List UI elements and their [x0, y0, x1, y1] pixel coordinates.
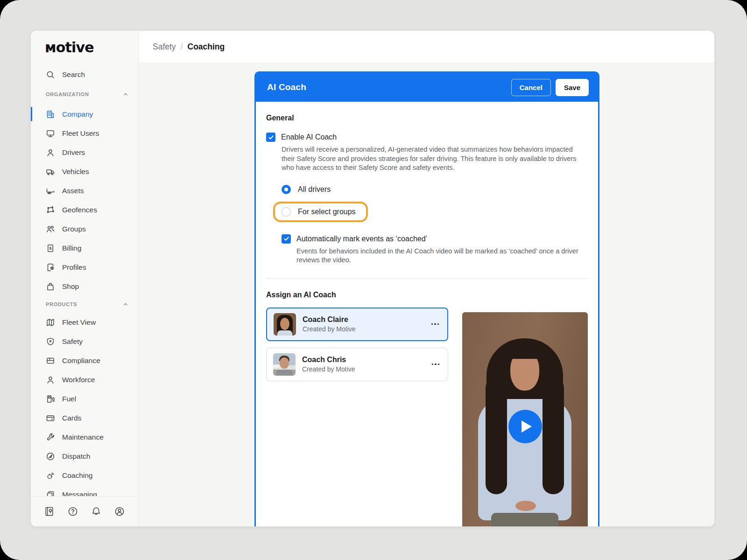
- enable-ai-coach-label: Enable AI Coach: [281, 133, 337, 141]
- fleet-view-icon: [46, 318, 55, 327]
- sidebar-item-compliance[interactable]: Compliance: [31, 351, 138, 370]
- guide-icon[interactable]: [44, 506, 55, 517]
- maintenance-icon: [46, 433, 55, 442]
- breadcrumb-parent[interactable]: Safety: [153, 42, 176, 52]
- sidebar-item-drivers[interactable]: Drivers: [31, 143, 138, 162]
- section-label: PRODUCTS: [46, 301, 77, 307]
- enable-ai-coach-checkbox[interactable]: [266, 133, 275, 142]
- sidebar-item-cards[interactable]: Cards: [31, 408, 138, 427]
- workforce-icon: [46, 375, 55, 385]
- coach-chris-text: Coach Chris Created by Motive: [302, 356, 355, 373]
- fuel-icon: [46, 394, 55, 404]
- sidebar-item-billing[interactable]: $Billing: [31, 238, 138, 258]
- sidebar-item-coaching[interactable]: Coaching: [31, 466, 138, 485]
- section-divider: [266, 278, 588, 279]
- panel-body: General Enable AI Coach Drivers will rec…: [256, 102, 598, 526]
- all-drivers-label: All drivers: [298, 185, 331, 194]
- sidebar-item-safety[interactable]: Safety: [31, 332, 138, 351]
- video-play-button[interactable]: [508, 410, 542, 443]
- geofences-icon: [46, 205, 55, 215]
- coach-chris-name: Coach Chris: [302, 356, 355, 364]
- ai-coach-panel-header: AI Coach Cancel Save: [256, 73, 598, 102]
- sidebar-item-workforce[interactable]: Workforce: [31, 370, 138, 389]
- sidebar-item-groups[interactable]: Groups: [31, 219, 138, 238]
- dispatch-icon: [46, 452, 55, 461]
- sidebar-item-assets[interactable]: Assets: [31, 181, 138, 200]
- assets-icon: [46, 186, 55, 196]
- company-icon: [46, 110, 55, 119]
- compliance-icon: [46, 356, 55, 365]
- for-select-groups-label: For select groups: [298, 208, 356, 216]
- coach-claire-menu-button[interactable]: [431, 323, 441, 325]
- section-label: ORGANIZATION: [46, 91, 89, 97]
- cancel-button[interactable]: Cancel: [511, 79, 551, 96]
- sidebar-search[interactable]: Search: [31, 65, 138, 84]
- ai-coach-panel: AI Coach Cancel Save General Enable AI C…: [254, 71, 599, 526]
- coach-preview-video[interactable]: 0:05: [462, 312, 588, 526]
- sidebar-item-fleet-users[interactable]: Fleet Users: [31, 124, 138, 143]
- coach-list: Coach Claire Created by Motive: [266, 308, 448, 526]
- sidebar-item-vehicles[interactable]: Vehicles: [31, 162, 138, 181]
- all-drivers-radio[interactable]: [282, 185, 291, 194]
- notifications-icon[interactable]: [91, 506, 102, 517]
- fleet-users-icon: [46, 129, 55, 138]
- panel-title: AI Coach: [267, 82, 306, 92]
- play-icon: [521, 420, 532, 433]
- account-icon[interactable]: [114, 506, 125, 517]
- all-drivers-row: All drivers: [282, 181, 588, 198]
- chevron-up-icon: [122, 91, 129, 98]
- sidebar: ᴍotive Search ORGANIZATIONCompanyFleet U…: [31, 31, 139, 526]
- assign-heading: Assign an AI Coach: [266, 291, 588, 299]
- sidebar-item-maintenance[interactable]: Maintenance: [31, 427, 138, 447]
- auto-mark-block: Automatically mark events as ‘coached’ E…: [282, 234, 588, 265]
- sidebar-nav: Search ORGANIZATIONCompanyFleet UsersDri…: [31, 65, 138, 526]
- assign-row: Coach Claire Created by Motive: [266, 308, 588, 526]
- vehicles-icon: [46, 167, 55, 176]
- profiles-icon: [46, 263, 55, 272]
- for-select-groups-highlight-ring: For select groups: [273, 202, 368, 222]
- save-button[interactable]: Save: [556, 79, 589, 96]
- sidebar-section-products[interactable]: PRODUCTS: [31, 296, 138, 313]
- coach-claire-text: Coach Claire Created by Motive: [303, 315, 356, 333]
- groups-icon: [46, 224, 55, 234]
- sidebar-item-fuel[interactable]: Fuel: [31, 389, 138, 408]
- coach-claire-subtitle: Created by Motive: [303, 325, 356, 333]
- page-background: ᴍotive Search ORGANIZATIONCompanyFleet U…: [0, 0, 747, 560]
- breadcrumb-current: Coaching: [188, 42, 225, 52]
- sidebar-item-geofences[interactable]: Geofences: [31, 200, 138, 219]
- sidebar-footer: [31, 496, 138, 526]
- video-controls: 0:05: [462, 526, 588, 526]
- sidebar-search-label: Search: [62, 70, 85, 79]
- coach-chris-avatar: [273, 353, 296, 376]
- for-select-groups-radio[interactable]: [282, 207, 291, 217]
- sidebar-item-dispatch[interactable]: Dispatch: [31, 447, 138, 466]
- svg-text:$: $: [49, 246, 51, 251]
- coaching-icon: [46, 471, 55, 480]
- help-icon[interactable]: [67, 506, 78, 517]
- main-content: AI Coach Cancel Save General Enable AI C…: [139, 64, 714, 526]
- sidebar-section-organization[interactable]: ORGANIZATION: [31, 84, 138, 105]
- auto-mark-description: Events for behaviors included in the AI …: [296, 247, 588, 265]
- sidebar-item-fleet-view[interactable]: Fleet View: [31, 313, 138, 332]
- check-icon: [268, 134, 274, 140]
- coach-chris-subtitle: Created by Motive: [302, 365, 355, 373]
- drivers-icon: [46, 148, 55, 157]
- coach-card-chris[interactable]: Coach Chris Created by Motive: [266, 348, 448, 381]
- cards-icon: [46, 413, 55, 423]
- safety-icon: [46, 337, 55, 346]
- shop-icon: [46, 282, 55, 291]
- topbar: Safety / Coaching: [139, 31, 714, 63]
- sidebar-item-company[interactable]: Company: [31, 105, 138, 124]
- sidebar-item-shop[interactable]: Shop: [31, 277, 138, 296]
- panel-header-buttons: Cancel Save: [511, 79, 589, 96]
- auto-mark-row: Automatically mark events as ‘coached’: [282, 234, 588, 244]
- coach-chris-menu-button[interactable]: [432, 364, 442, 365]
- driver-scope-radio-group: All drivers For select groups: [282, 181, 588, 222]
- auto-mark-label: Automatically mark events as ‘coached’: [296, 235, 427, 243]
- coach-card-claire[interactable]: Coach Claire Created by Motive: [266, 308, 448, 341]
- search-icon: [46, 70, 55, 79]
- chevron-up-icon: [122, 301, 129, 308]
- sidebar-item-profiles[interactable]: Profiles: [31, 258, 138, 277]
- auto-mark-checkbox[interactable]: [282, 234, 291, 244]
- motive-logo: ᴍotive: [45, 39, 94, 56]
